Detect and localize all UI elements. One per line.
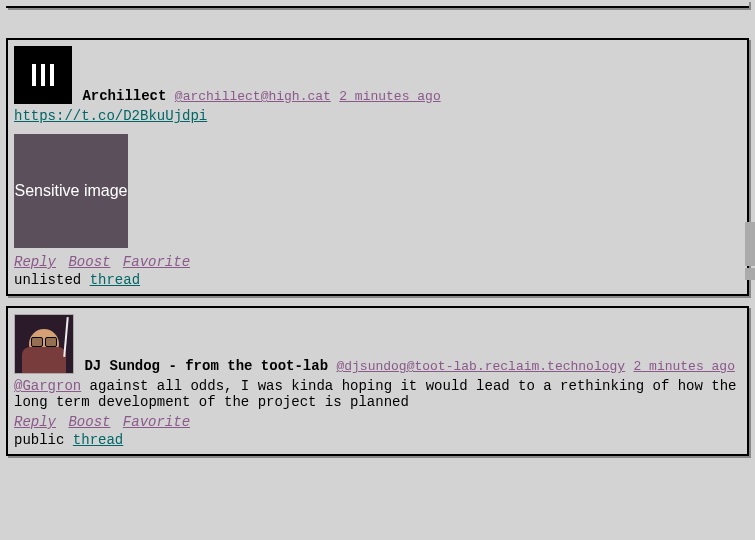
post: DJ Sundog - from the toot-lab @djsundog@… xyxy=(6,306,749,456)
boost-button[interactable]: Boost xyxy=(68,254,110,270)
post-actions: Reply Boost Favorite xyxy=(14,414,741,430)
sensitive-label: Sensitive image xyxy=(15,182,128,200)
thread-link[interactable]: thread xyxy=(73,432,123,448)
favorite-button[interactable]: Favorite xyxy=(123,254,190,270)
sensitive-image[interactable]: Sensitive image xyxy=(14,134,128,248)
post-body: https://t.co/D2BkuUjdpi xyxy=(14,108,741,124)
svg-rect-2 xyxy=(50,64,54,86)
post-header: DJ Sundog - from the toot-lab @djsundog@… xyxy=(14,314,741,374)
svg-rect-0 xyxy=(32,64,36,86)
post-actions: Reply Boost Favorite xyxy=(14,254,741,270)
visibility-label: unlisted xyxy=(14,272,81,288)
display-name[interactable]: Archillect xyxy=(82,88,166,104)
body-link[interactable]: https://t.co/D2BkuUjdpi xyxy=(14,108,207,124)
user-handle[interactable]: @djsundog@toot-lab.reclaim.technology xyxy=(336,359,625,374)
scrollbar[interactable] xyxy=(745,268,755,280)
archillect-icon xyxy=(30,64,56,86)
scrollbar[interactable] xyxy=(745,222,755,266)
previous-post-edge xyxy=(6,0,749,8)
avatar[interactable] xyxy=(14,46,72,104)
body-text: against all odds, I was kinda hoping it … xyxy=(14,378,737,410)
post-header: Archillect @archillect@high.cat 2 minute… xyxy=(14,46,741,104)
post-meta: unlisted thread xyxy=(14,272,741,288)
mention[interactable]: @Gargron xyxy=(14,378,81,394)
boost-button[interactable]: Boost xyxy=(68,414,110,430)
post-body: @Gargron against all odds, I was kinda h… xyxy=(14,378,741,410)
reply-button[interactable]: Reply xyxy=(14,414,56,430)
post: Archillect @archillect@high.cat 2 minute… xyxy=(6,38,749,296)
timestamp[interactable]: 2 minutes ago xyxy=(634,359,735,374)
thread-link[interactable]: thread xyxy=(90,272,140,288)
post-meta: public thread xyxy=(14,432,741,448)
favorite-button[interactable]: Favorite xyxy=(123,414,190,430)
reply-button[interactable]: Reply xyxy=(14,254,56,270)
timestamp[interactable]: 2 minutes ago xyxy=(339,89,440,104)
display-name[interactable]: DJ Sundog - from the toot-lab xyxy=(84,358,328,374)
visibility-label: public xyxy=(14,432,64,448)
user-handle[interactable]: @archillect@high.cat xyxy=(175,89,331,104)
svg-rect-1 xyxy=(41,64,45,86)
avatar[interactable] xyxy=(14,314,74,374)
